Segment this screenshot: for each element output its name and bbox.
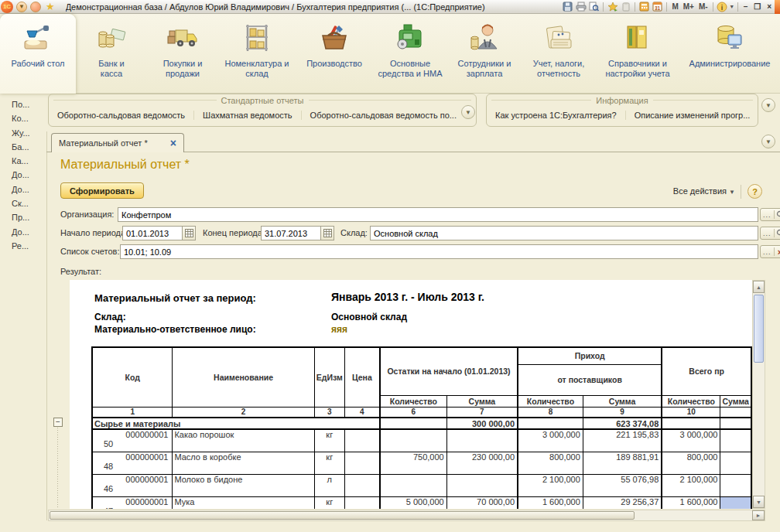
memory-m-button[interactable]: M	[669, 2, 680, 11]
ribbon-section-fixed-assets[interactable]: Основные средства и НМА	[373, 14, 447, 94]
sidebar-item[interactable]: Ре...	[0, 239, 45, 253]
sidebar-item[interactable]: Ск...	[0, 196, 45, 210]
titlebar-edge	[775, 0, 780, 14]
calculator-icon[interactable]	[638, 1, 651, 12]
print-preview-icon[interactable]	[587, 1, 600, 12]
clipboard-icon[interactable]	[619, 1, 632, 12]
organization-picker[interactable]: ...	[760, 208, 780, 221]
warehouse-input[interactable]	[370, 226, 758, 240]
info-chevron-icon[interactable]: ▼	[729, 1, 735, 12]
material-report-table[interactable]: Код Наименование ЕдИзм Цена Остатки на н…	[91, 346, 752, 509]
sidebar-item[interactable]: Ба...	[0, 140, 45, 154]
group-tree-line	[57, 428, 58, 509]
period-end-input[interactable]	[261, 226, 321, 240]
sidebar-item[interactable]: Ко...	[0, 111, 45, 125]
ribbon-section-administration[interactable]: Администрирование	[679, 14, 780, 94]
scroll-up-icon[interactable]: ▲	[753, 281, 765, 293]
clear-icon[interactable]: ×	[775, 247, 780, 257]
service-circle-button[interactable]	[30, 2, 41, 12]
ribbon-section-directories[interactable]: Справочники и настройки учета	[596, 14, 679, 94]
sidebar-item[interactable]: По...	[0, 97, 45, 111]
report-period-value: Январь 2013 г. - Июль 2013 г.	[331, 291, 484, 303]
add-favorite-icon[interactable]	[606, 1, 619, 12]
info-icon[interactable]: i	[716, 1, 729, 12]
panel-reports-more-button[interactable]: ▼	[461, 105, 475, 119]
report-warehouse-label: Склад:	[94, 312, 126, 322]
sidebar-item[interactable]: До...	[0, 182, 45, 196]
horizontal-scrollbar[interactable]: ►	[48, 510, 765, 521]
tab-list-button[interactable]: ▼	[761, 135, 775, 148]
all-actions-button[interactable]: Все действия ▼	[641, 186, 735, 196]
organization-input[interactable]	[118, 207, 758, 222]
col-header-sum: Сумма	[583, 395, 662, 407]
accounts-input[interactable]	[120, 244, 758, 259]
group-name: Сырье и материалы	[92, 418, 380, 429]
panel-info-more-button[interactable]: ▼	[761, 98, 775, 112]
horizontal-scroll-thumb[interactable]	[50, 511, 635, 520]
accounts-picker[interactable]: ... ×	[760, 245, 780, 258]
desk-lamp-icon	[21, 19, 55, 56]
warehouse-picker[interactable]: ...	[760, 227, 780, 240]
table-row[interactable]: 00000000148 Масло в коробке кг 750,000 2…	[92, 452, 751, 474]
help-button[interactable]: ?	[748, 184, 762, 199]
main-menu-button[interactable]: ▼	[16, 2, 27, 12]
calendar-icon[interactable]: 31	[651, 1, 664, 12]
group-row[interactable]: Сырье и материалы 300 000,00 623 374,08	[92, 418, 751, 429]
col-number: 8	[518, 407, 583, 418]
sidebar-divider	[46, 131, 47, 520]
group-opening-sum: 300 000,00	[446, 418, 518, 429]
table-row[interactable]: 00000000146 Молоко в бидоне л 2 100,000 …	[92, 474, 751, 496]
save-icon[interactable]	[561, 1, 574, 12]
link-chess-sheet[interactable]: Шахматная ведомость	[193, 111, 300, 120]
generate-button[interactable]: Сформировать	[60, 182, 144, 199]
sidebar-item[interactable]: Пр...	[0, 210, 45, 224]
magnifier-icon[interactable]	[775, 229, 780, 237]
ribbon-label: Производство	[298, 59, 371, 69]
app-logo-icon[interactable]: 1С	[1, 1, 13, 13]
table-row[interactable]: 00000000147 Мука кг 5 000,000 70 000,00 …	[92, 496, 751, 509]
memory-m-plus-button[interactable]: M+	[681, 2, 696, 11]
period-end-calendar-button[interactable]	[321, 226, 334, 240]
favorites-star-icon[interactable]: ★	[46, 2, 55, 12]
maximize-button[interactable]: ❐	[751, 2, 764, 11]
minimize-button[interactable]: –	[741, 2, 751, 11]
period-start-calendar-button[interactable]	[183, 226, 196, 240]
vertical-scrollbar[interactable]: ▲ ▼	[752, 280, 765, 509]
link-how-1c-works[interactable]: Как устроена 1С:Бухгалтерия?	[487, 111, 625, 120]
report-responsible-label: Материально-ответственное лицо:	[94, 324, 256, 335]
magnifier-icon[interactable]	[775, 210, 780, 219]
panel-title: Стандартные отчеты	[49, 94, 476, 106]
print-icon[interactable]	[574, 1, 587, 12]
link-balance-sheet[interactable]: Оборотно-сальдовая ведомость	[49, 111, 193, 120]
vertical-scroll-thumb[interactable]	[754, 295, 764, 363]
ribbon: Рабочий стол Банк и касса Покупки и прод…	[0, 14, 780, 94]
link-balance-sheet-account[interactable]: Оборотно-сальдовая ведомость по...	[301, 111, 465, 120]
scroll-down-icon[interactable]: ▼	[753, 496, 765, 508]
table-row[interactable]: 00000000150 Какао порошок кг 3 000,000 2…	[92, 429, 751, 452]
ribbon-section-production[interactable]: Производство	[296, 14, 373, 94]
selected-cell[interactable]	[720, 496, 751, 509]
tab-close-icon[interactable]: ×	[170, 138, 176, 148]
ribbon-section-bank-cash[interactable]: Банк и касса	[76, 14, 147, 94]
svg-text:i: i	[721, 3, 724, 11]
sidebar-item[interactable]: До...	[0, 168, 45, 182]
col-header-qty: Количество	[380, 395, 446, 407]
coins-cash-icon	[94, 19, 128, 56]
link-change-description[interactable]: Описание изменений прогр...	[625, 111, 759, 120]
ribbon-section-employees[interactable]: Сотрудники и зарплата	[447, 14, 522, 94]
ribbon-section-stock[interactable]: Номенклатура и склад	[218, 14, 296, 94]
group-collapse-toggle[interactable]: −	[53, 418, 63, 427]
ribbon-section-purchases-sales[interactable]: Покупки и продажи	[147, 14, 218, 94]
memory-m-minus-button[interactable]: M-	[696, 2, 710, 11]
ribbon-section-desktop[interactable]: Рабочий стол	[0, 14, 76, 94]
period-start-input[interactable]	[122, 226, 183, 240]
sidebar-item[interactable]: Ка...	[0, 154, 45, 168]
tab-material-report[interactable]: Материальный отчет * ×	[51, 133, 184, 152]
close-button[interactable]: ×	[764, 2, 775, 11]
scroll-right-icon[interactable]: ►	[752, 510, 765, 520]
organization-label: Организация:	[60, 210, 114, 219]
sidebar-item[interactable]: До...	[0, 225, 45, 239]
ribbon-section-accounting[interactable]: Учет, налоги, отчетность	[522, 14, 596, 94]
sidebar-item[interactable]: Жу...	[0, 126, 45, 140]
calendar-grid-icon	[323, 229, 332, 237]
